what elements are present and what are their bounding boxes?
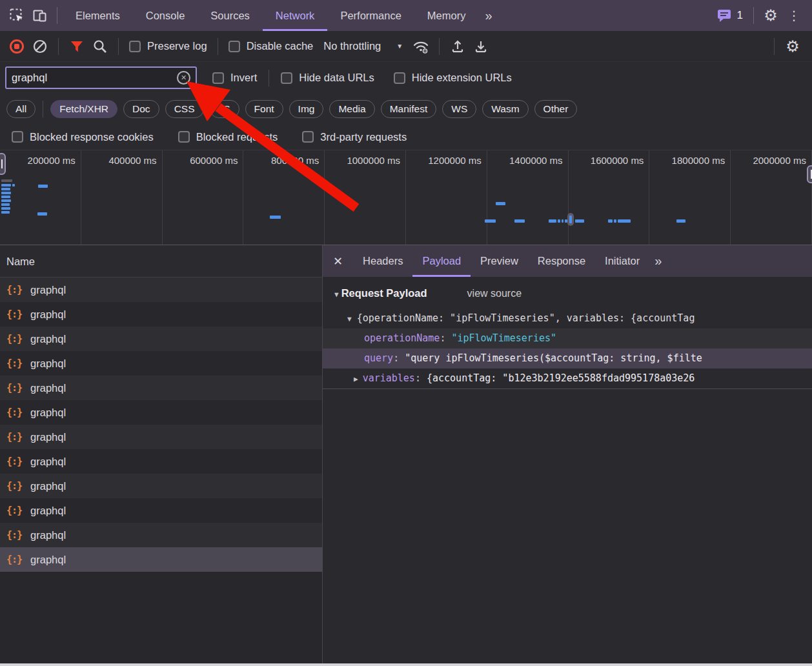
table-row[interactable]: {:} graphql <box>0 327 322 351</box>
preserve-log-label: Preserve log <box>147 40 207 52</box>
network-overview-timeline[interactable]: 200000 ms 400000 ms 600000 ms 800000 ms … <box>0 150 812 245</box>
hide-extension-urls-toggle[interactable]: Hide extension URLs <box>390 72 516 84</box>
table-row[interactable]: {:} graphql <box>0 474 322 498</box>
inspect-element-icon[interactable] <box>5 0 28 31</box>
payload-section: ▼ Request Payload view source ▼{operatio… <box>323 277 812 389</box>
timeline-tick: 1400000 ms <box>487 150 569 245</box>
invert-toggle[interactable]: Invert <box>208 72 261 84</box>
close-icon[interactable]: ✕ <box>333 254 343 268</box>
chip-ws[interactable]: WS <box>442 100 476 118</box>
table-row[interactable]: {:} graphql <box>0 302 322 327</box>
payload-row-query[interactable]: query: "query ipFlowTimeseries($accountT… <box>323 348 812 368</box>
table-row[interactable]: {:} graphql <box>0 498 322 523</box>
payload-root-node[interactable]: ▼{operationName: "ipFlowTimeseries", var… <box>323 308 812 328</box>
search-button[interactable] <box>88 31 112 62</box>
tab-payload[interactable]: Payload <box>412 245 471 277</box>
table-row[interactable]: {:} graphql <box>0 547 322 572</box>
clear-filter-icon[interactable]: ✕ <box>177 71 190 85</box>
third-party-checkbox[interactable] <box>302 131 314 143</box>
table-row[interactable]: {:} graphql <box>0 425 322 449</box>
hide-data-urls-label: Hide data URLs <box>299 72 374 84</box>
upload-icon <box>450 39 465 54</box>
clear-network-log-button[interactable] <box>28 31 52 62</box>
chip-manifest[interactable]: Manifest <box>381 100 437 118</box>
payload-row-operationname[interactable]: operationName: "ipFlowTimeseries" <box>323 328 812 348</box>
waterfall-bar <box>618 219 631 223</box>
tab-preview[interactable]: Preview <box>471 245 528 277</box>
name-column-header[interactable]: Name <box>0 245 322 278</box>
disable-cache-checkbox[interactable] <box>228 41 240 52</box>
hide-data-urls-toggle[interactable]: Hide data URLs <box>277 72 378 84</box>
tab-elements[interactable]: Elements <box>63 0 133 31</box>
more-tabs-icon[interactable]: » <box>478 8 497 23</box>
divider <box>43 101 43 117</box>
expand-triangle-icon[interactable]: ▼ <box>334 290 339 299</box>
chip-other[interactable]: Other <box>534 100 578 118</box>
blocked-requests-checkbox[interactable] <box>178 131 190 143</box>
table-row[interactable]: {:} graphql <box>0 351 322 376</box>
tab-memory[interactable]: Memory <box>414 0 479 31</box>
invert-checkbox[interactable] <box>212 72 224 84</box>
json-value: "query ipFlowTimeseries($accountTag: str… <box>405 352 702 364</box>
issues-button[interactable]: 1 <box>711 8 748 23</box>
collapse-triangle-icon[interactable]: ▶ <box>354 375 358 383</box>
tab-sources[interactable]: Sources <box>198 0 263 31</box>
device-toolbar-icon[interactable] <box>28 0 52 31</box>
chip-doc[interactable]: Doc <box>123 100 159 118</box>
overview-grip-right[interactable] <box>807 165 812 183</box>
waterfall-bar <box>1 203 10 206</box>
chip-media[interactable]: Media <box>329 100 374 118</box>
table-row[interactable]: {:} graphql <box>0 278 322 302</box>
hide-extension-urls-checkbox[interactable] <box>394 72 405 84</box>
filter-input[interactable] <box>12 72 177 84</box>
chip-fetch-xhr[interactable]: Fetch/XHR <box>50 100 117 118</box>
chip-css[interactable]: CSS <box>165 100 204 118</box>
record-network-log-button[interactable] <box>5 31 28 62</box>
table-row[interactable]: {:} graphql <box>0 449 322 474</box>
tab-initiator[interactable]: Initiator <box>595 245 649 277</box>
settings-gear-icon[interactable]: ⚙ <box>759 0 782 31</box>
network-conditions-button[interactable] <box>409 31 432 62</box>
preserve-log-toggle[interactable]: Preserve log <box>125 40 211 52</box>
payload-row-variables[interactable]: ▶variables: {accountTag: "b12e3b2192ee55… <box>323 368 812 388</box>
expand-triangle-icon[interactable]: ▼ <box>347 315 352 323</box>
json-value: {accountTag: "b12e3b2192ee5588fdad995178… <box>427 372 695 384</box>
blocked-requests-toggle[interactable]: Blocked requests <box>174 131 282 143</box>
filter-toggle-button[interactable] <box>65 31 88 62</box>
overview-grip-left[interactable] <box>0 153 6 175</box>
view-source-link[interactable]: view source <box>467 288 522 299</box>
hide-data-urls-checkbox[interactable] <box>281 72 292 84</box>
chip-js[interactable]: JS <box>210 100 239 118</box>
chip-all[interactable]: All <box>6 100 36 118</box>
chip-wasm[interactable]: Wasm <box>482 100 528 118</box>
request-name: graphql <box>30 382 66 394</box>
waterfall-bar <box>1 184 11 187</box>
network-settings-gear-icon[interactable]: ⚙ <box>781 31 804 62</box>
tab-network[interactable]: Network <box>263 0 328 31</box>
preserve-log-checkbox[interactable] <box>129 41 141 52</box>
more-detail-tabs-icon[interactable]: » <box>649 254 665 268</box>
table-row[interactable]: {:} graphql <box>0 376 322 400</box>
throttling-value: No throttling <box>323 40 381 52</box>
tab-headers[interactable]: Headers <box>353 245 412 277</box>
kebab-menu-icon[interactable]: ⋮ <box>782 0 806 31</box>
table-row[interactable]: {:} graphql <box>0 400 322 425</box>
table-row[interactable]: {:} graphql <box>0 523 322 547</box>
timeline-tick: 2000000 ms <box>731 150 812 245</box>
chip-font[interactable]: Font <box>245 100 283 118</box>
tab-performance[interactable]: Performance <box>327 0 414 31</box>
blocked-cookies-label: Blocked response cookies <box>30 131 154 143</box>
request-type-filters: All Fetch/XHR Doc CSS JS Font Img Media … <box>0 94 812 124</box>
import-har-button[interactable] <box>446 31 469 62</box>
divider <box>118 38 119 55</box>
throttling-select[interactable]: No throttling ▼ <box>317 40 409 52</box>
tab-console[interactable]: Console <box>133 0 198 31</box>
third-party-toggle[interactable]: 3rd-party requests <box>298 131 411 143</box>
blocked-cookies-toggle[interactable]: Blocked response cookies <box>8 131 157 143</box>
export-har-button[interactable] <box>469 31 492 62</box>
chip-img[interactable]: Img <box>289 100 324 118</box>
blocked-cookies-checkbox[interactable] <box>12 131 23 143</box>
disable-cache-toggle[interactable]: Disable cache <box>225 40 318 52</box>
waterfall-bar <box>569 216 572 223</box>
tab-response[interactable]: Response <box>528 245 595 277</box>
